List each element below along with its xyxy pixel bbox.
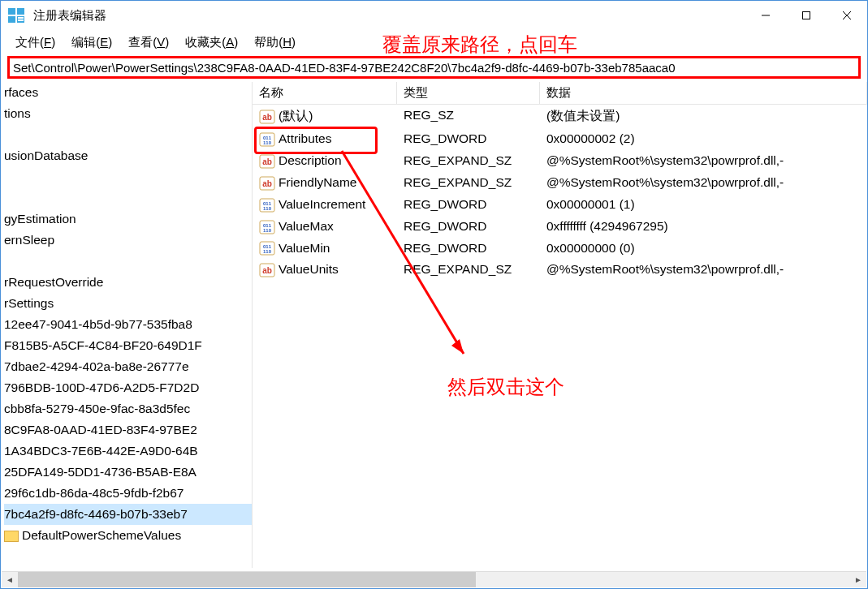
maximize-button[interactable] [786,1,827,30]
horizontal-scrollbar[interactable]: ◄ ► [2,571,866,587]
cell-name: abDescription [253,152,397,170]
tree-item[interactable]: DefaultPowerSchemeValues [4,525,252,546]
address-bar[interactable]: Set\Control\Power\PowerSettings\238C9FA8… [7,56,861,79]
list-row[interactable]: ab(默认)REG_SZ(数值未设置) [253,105,867,128]
tree-pane[interactable]: rfacestions usionDatabase gyEstimationer… [1,82,253,568]
tree-item-label: cbb8fa-5279-450e-9fac-8a3d5fec [4,402,190,415]
tree-item[interactable]: rfaces [4,82,252,103]
tree-item[interactable]: 7bc4a2f9-d8fc-4469-b07b-33eb7 [4,504,252,525]
svg-text:110: 110 [263,249,272,254]
menu-help[interactable]: 帮助(H) [246,32,304,54]
tree-item[interactable]: ernSleep [4,230,252,251]
title-bar: 注册表编辑器 [1,1,867,30]
svg-rect-7 [803,12,810,19]
menu-favorites[interactable]: 收藏夹(A) [177,32,246,54]
tree-item-label: 29f6c1db-86da-48c5-9fdb-f2b67 [4,486,184,500]
list-row[interactable]: 011110ValueIncrementREG_DWORD0x00000001 … [253,194,867,216]
tree-item-label [4,254,7,268]
cell-data: 0x00000002 (2) [540,130,867,148]
string-value-icon: ab [259,263,275,277]
svg-rect-2 [8,16,15,23]
menu-view[interactable]: 查看(V) [120,32,177,54]
cell-type: REG_EXPAND_SZ [397,174,540,192]
list-row[interactable]: 011110ValueMaxREG_DWORD0xffffffff (42949… [253,216,867,238]
tree-item[interactable]: 8C9FA8-0AAD-41ED-83F4-97BE2 [4,419,252,441]
cell-data: 0xffffffff (4294967295) [540,217,867,236]
tree-item[interactable] [4,166,252,187]
cell-type: REG_DWORD [397,196,540,214]
column-name[interactable]: 名称 [253,82,397,104]
cell-data: 0x00000000 (0) [540,239,867,258]
svg-marker-31 [451,339,464,354]
tree-item-label: rfaces [4,85,38,99]
tree-item[interactable]: tions [4,103,252,124]
value-name: Description [279,153,342,167]
cell-name: ab(默认) [253,106,397,127]
scroll-right-button[interactable]: ► [850,572,866,587]
tree-item-label: 1A34BDC3-7E6B-442E-A9D0-64B [4,444,198,458]
svg-text:ab: ab [262,157,272,166]
tree-item[interactable] [4,187,252,209]
app-icon [7,6,27,25]
tree-item[interactable]: 7dbae2-4294-402a-ba8e-26777e [4,356,252,377]
tree-item-label: rRequestOverride [4,275,103,289]
binary-value-icon: 011110 [259,241,275,256]
svg-rect-0 [8,8,15,15]
column-data[interactable]: 数据 [540,82,867,104]
tree-item-label: tions [4,106,31,120]
content-area: rfacestions usionDatabase gyEstimationer… [1,82,867,568]
menu-file[interactable]: 文件(F) [7,32,63,54]
column-type[interactable]: 类型 [397,82,540,104]
tree-item[interactable]: 29f6c1db-86da-48c5-9fdb-f2b67 [4,483,252,504]
tree-item[interactable]: gyEstimation [4,209,252,230]
list-row[interactable]: abValueUnitsREG_EXPAND_SZ@%SystemRoot%\s… [253,259,867,281]
cell-name: abFriendlyName [253,174,397,192]
cell-data: 0x00000001 (1) [540,196,867,214]
cell-type: REG_EXPAND_SZ [397,260,540,279]
list-row[interactable]: abFriendlyNameREG_EXPAND_SZ@%SystemRoot%… [253,172,867,194]
svg-text:ab: ab [262,179,272,188]
svg-text:110: 110 [263,228,272,233]
tree-item-label: gyEstimation [4,212,76,226]
tree-item-label: 25DFA149-5DD1-4736-B5AB-E8A [4,465,196,479]
tree-item-label [4,191,7,204]
tree-item-label: 8C9FA8-0AAD-41ED-83F4-97BE2 [4,423,197,436]
tree-item[interactable]: 796BDB-100D-47D6-A2D5-F7D2D [4,377,252,398]
tree-item[interactable]: usionDatabase [4,145,252,166]
cell-name: 011110ValueIncrement [253,196,397,214]
tree-item-label [4,127,7,141]
annotation-top: 覆盖原来路径，点回车 [382,32,577,58]
svg-text:ab: ab [262,266,272,275]
menu-edit[interactable]: 编辑(E) [63,32,120,54]
close-button[interactable] [827,1,867,30]
string-value-icon: ab [259,176,275,191]
list-pane[interactable]: 名称 类型 数据 ab(默认)REG_SZ(数值未设置)011110Attrib… [253,82,867,568]
value-name: ValueMax [279,219,334,233]
tree-item[interactable]: 12ee47-9041-4b5d-9b77-535fba8 [4,314,252,335]
value-name: ValueMin [279,241,330,255]
tree-item[interactable] [4,124,252,145]
tree-item[interactable]: rRequestOverride [4,272,252,293]
cell-type: REG_EXPAND_SZ [397,152,540,170]
svg-rect-4 [18,17,24,19]
tree-item-label: 12ee47-9041-4b5d-9b77-535fba8 [4,317,192,331]
list-row[interactable]: 011110ValueMinREG_DWORD0x00000000 (0) [253,238,867,260]
cell-data: @%SystemRoot%\system32\powrprof.dll,- [540,174,867,192]
cell-type: REG_DWORD [397,217,540,236]
cell-name: 011110ValueMax [253,217,397,236]
minimize-button[interactable] [745,1,786,30]
tree-item[interactable]: 1A34BDC3-7E6B-442E-A9D0-64B [4,441,252,462]
cell-data: @%SystemRoot%\system32\powrprof.dll,- [540,260,867,279]
tree-item-label [4,170,7,183]
cell-type: REG_DWORD [397,239,540,258]
value-name: ValueIncrement [279,197,365,211]
tree-item[interactable]: F815B5-A5CF-4C84-BF20-649D1F [4,335,252,356]
scroll-thumb[interactable] [18,572,476,587]
tree-item[interactable]: 25DFA149-5DD1-4736-B5AB-E8A [4,462,252,483]
tree-item[interactable]: rSettings [4,293,252,314]
scroll-left-button[interactable]: ◄ [2,572,18,587]
string-value-icon: ab [259,110,275,124]
scroll-track[interactable] [18,572,850,587]
tree-item[interactable]: cbb8fa-5279-450e-9fac-8a3d5fec [4,398,252,419]
tree-item[interactable] [4,251,252,272]
